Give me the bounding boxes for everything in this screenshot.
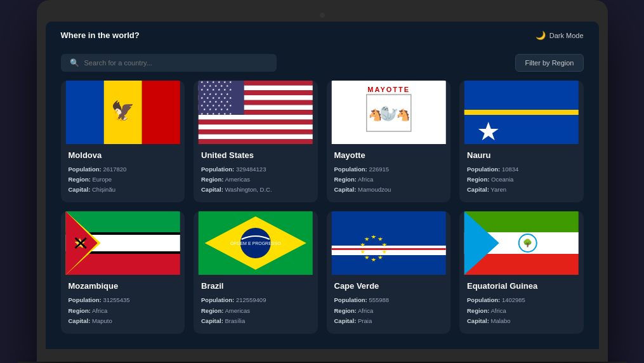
svg-text:MAYOTTE: MAYOTTE: [367, 86, 410, 93]
country-card[interactable]: ORDEM E PROGRESSO Brazil Population: 212…: [194, 211, 318, 333]
svg-rect-94: [331, 250, 445, 255]
svg-text:🐴: 🐴: [395, 108, 410, 122]
flag-brazil: ORDEM E PROGRESSO: [194, 211, 318, 275]
country-details: Population: 226915 Region: Africa Capita…: [334, 164, 444, 195]
country-name: Brazil: [201, 281, 310, 291]
svg-rect-91: [331, 211, 445, 275]
dark-mode-button[interactable]: 🌙 Dark Mode: [536, 30, 584, 40]
flag-mozambique: ⭐: [61, 211, 185, 275]
card-info: Mayotte Population: 226915 Region: Afric…: [327, 144, 451, 202]
app-title: Where in the world?: [61, 30, 140, 40]
svg-rect-93: [331, 248, 445, 250]
flag-equatorialguinea: 🌳: [459, 211, 584, 275]
country-name: United States: [201, 150, 310, 160]
card-info: Nauru Population: 10834 Region: Oceania …: [459, 144, 584, 202]
country-details: Population: 10834 Region: Oceania Capita…: [467, 164, 576, 195]
card-info: Brazil Population: 212559409 Region: Ame…: [194, 275, 318, 333]
country-card[interactable]: ★★★★★★★★★★★★★★★★★★★★★★★★★★★★★★★★★★★★★★★★…: [194, 81, 318, 202]
flag-moldova: 🦅: [61, 81, 185, 144]
filter-by-region-button[interactable]: Filter by Region: [515, 54, 583, 72]
country-card[interactable]: ⭐ Mozambique Population: 31255435 Region…: [61, 211, 185, 333]
svg-text:🌳: 🌳: [523, 238, 532, 248]
svg-rect-13: [199, 124, 313, 129]
card-info: Cape Verde Population: 555988 Region: Af…: [327, 275, 451, 333]
svg-rect-0: [65, 81, 103, 144]
svg-rect-16: [199, 139, 313, 144]
svg-rect-15: [199, 135, 313, 140]
dark-mode-label: Dark Mode: [549, 32, 584, 39]
country-name: Moldova: [69, 150, 178, 160]
laptop-bottom: [46, 349, 599, 362]
country-details: Population: 329484123 Region: Americas C…: [201, 164, 310, 195]
svg-rect-12: [199, 120, 313, 125]
moon-icon: 🌙: [536, 30, 546, 40]
country-card[interactable]: 🦅 Moldova Population: 2617820 Region: Eu…: [61, 81, 185, 202]
svg-rect-14: [199, 129, 313, 135]
country-details: Population: 2617820 Region: Europe Capit…: [69, 164, 178, 195]
country-name: Cape Verde: [334, 281, 444, 291]
country-card[interactable]: 🌳 Equatorial Guinea Population: 1402985 …: [459, 211, 584, 333]
country-details: Population: 1402985 Region: Africa Capit…: [467, 295, 576, 326]
flag-mayotte: MAYOTTE 🦭 🐴 🐴: [327, 81, 451, 144]
card-info: United States Population: 329484123 Regi…: [194, 144, 318, 202]
country-name: Mayotte: [334, 150, 444, 160]
country-card[interactable]: Cape Verde Population: 555988 Region: Af…: [327, 211, 451, 333]
country-details: Population: 555988 Region: Africa Capita…: [334, 295, 444, 326]
card-info: Equatorial Guinea Population: 1402985 Re…: [459, 275, 584, 333]
search-icon: 🔍: [70, 58, 79, 67]
country-details: Population: 31255435 Region: Africa Capi…: [69, 295, 178, 326]
card-info: Mozambique Population: 31255435 Region: …: [61, 275, 185, 333]
country-details: Population: 212559409 Region: Americas C…: [201, 295, 310, 326]
country-name: Nauru: [467, 150, 576, 160]
flag-nauru: [459, 81, 584, 144]
svg-text:🐴: 🐴: [367, 108, 382, 122]
camera-notch: [320, 13, 325, 18]
flag-us: ★★★★★★★★★★★★★★★★★★★★★★★★★★★★★★★★★★★★★★★★…: [194, 81, 318, 144]
svg-text:ORDEM E PROGRESSO: ORDEM E PROGRESSO: [230, 241, 281, 246]
countries-grid: 🦅 Moldova Population: 2617820 Region: Eu…: [46, 81, 599, 349]
country-card[interactable]: MAYOTTE 🦭 🐴 🐴 Mayotte Population: 226915…: [327, 81, 451, 202]
search-input[interactable]: [84, 59, 268, 67]
card-info: Moldova Population: 2617820 Region: Euro…: [61, 144, 185, 202]
app-header: Where in the world? 🌙 Dark Mode: [46, 22, 599, 49]
country-card[interactable]: Nauru Population: 10834 Region: Oceania …: [459, 81, 584, 202]
svg-text:🦅: 🦅: [111, 100, 135, 122]
svg-rect-11: [199, 115, 313, 120]
country-name: Mozambique: [69, 281, 178, 291]
search-bar-row: 🔍 Filter by Region: [46, 49, 599, 81]
svg-rect-75: [464, 110, 579, 115]
flag-capeverde: [327, 211, 451, 275]
country-name: Equatorial Guinea: [467, 281, 576, 291]
search-input-wrap: 🔍: [61, 54, 277, 72]
svg-rect-2: [141, 81, 180, 144]
